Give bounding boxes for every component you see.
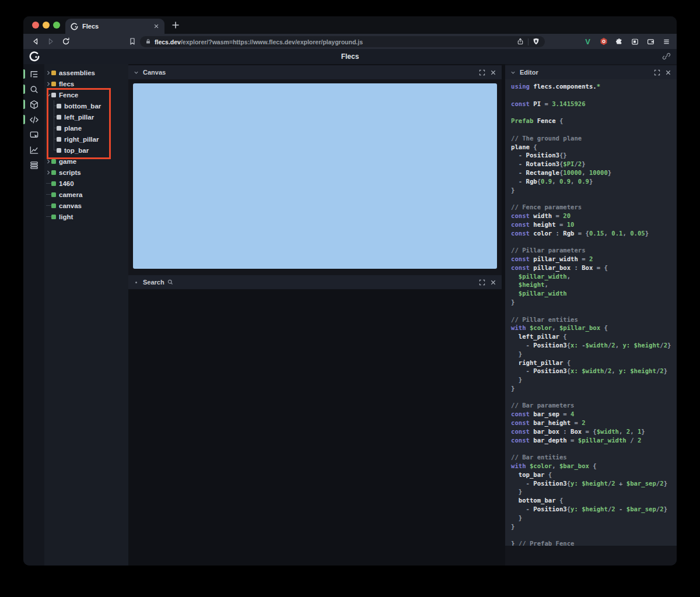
tree-item-plane[interactable]: plane — [44, 122, 128, 134]
reload-icon[interactable] — [62, 37, 70, 45]
puzzle-icon[interactable] — [615, 37, 624, 46]
url-bar-divider — [528, 38, 528, 45]
tree-item-label: camera — [59, 191, 82, 198]
code-line: top_bar { — [511, 470, 677, 479]
close-icon[interactable] — [665, 69, 671, 76]
center-column: Canvas Search — [128, 64, 502, 566]
left-icon-bar — [23, 64, 44, 566]
tree-item-camera[interactable]: camera — [44, 189, 128, 200]
tree-item-label: top_bar — [64, 147, 89, 154]
chevron-right-icon[interactable] — [46, 67, 51, 78]
tree-item-flecs[interactable]: flecs — [44, 78, 128, 89]
code-line: const bar_box : Box = {$width, 2, 1} — [511, 427, 677, 436]
code-line — [511, 125, 677, 134]
collapsed-dot-icon[interactable] — [135, 282, 137, 283]
chevron-right-icon[interactable] — [46, 78, 51, 89]
chevron-right-icon[interactable] — [46, 167, 51, 178]
tree-item-1460[interactable]: 1460 — [44, 178, 128, 189]
code-line — [511, 307, 677, 315]
code-line: const color : Rgb = {0.15, 0.1, 0.05} — [511, 229, 677, 238]
code-line: with $color, $bar_box { — [511, 462, 677, 470]
url-bar[interactable]: flecs.dev /explorer/?wasm=https://www.fl… — [140, 36, 545, 47]
app-header: Flecs — [23, 49, 677, 64]
3d-canvas-viewport[interactable] — [133, 83, 497, 269]
tree-item-label: canvas — [59, 202, 82, 209]
sidebar-toggle-icon[interactable] — [631, 37, 639, 46]
zoom-window-button[interactable] — [53, 22, 60, 29]
tab-strip: Flecs — [23, 16, 677, 34]
chevron-right-icon[interactable] — [46, 156, 51, 167]
code-line: } — [511, 384, 677, 393]
close-window-button[interactable] — [32, 22, 39, 29]
close-icon[interactable] — [490, 69, 496, 76]
leftbar-stats-icon[interactable] — [23, 142, 44, 157]
code-line: left_pillar { — [511, 332, 677, 341]
code-line: // The ground plane — [511, 134, 677, 143]
tree-item-bottom_bar[interactable]: bottom_bar — [44, 100, 128, 111]
leftbar-code-icon[interactable] — [23, 112, 44, 127]
chevron-down-icon[interactable] — [510, 70, 516, 75]
code-line: } — [511, 522, 677, 531]
tree-item-assemblies[interactable]: assemblies — [44, 67, 128, 78]
tree-guide — [51, 100, 57, 111]
tree-item-label: game — [59, 158, 76, 165]
tree-item-label: assemblies — [59, 69, 95, 76]
expand-icon[interactable] — [654, 69, 660, 76]
forward-icon[interactable] — [47, 37, 55, 45]
browser-tab[interactable]: Flecs — [65, 19, 164, 34]
bookmark-icon[interactable] — [128, 37, 136, 45]
tree-item-label: light — [59, 213, 73, 220]
leftbar-inspect-icon[interactable] — [23, 127, 44, 142]
leftbar-search-icon[interactable] — [23, 82, 44, 97]
code-line: // Pillar parameters — [511, 246, 677, 255]
editor-panel-title: Editor — [520, 69, 538, 76]
code-line — [511, 393, 677, 402]
tree-item-canvas[interactable]: canvas — [44, 200, 128, 211]
expand-icon[interactable] — [479, 69, 485, 76]
code-line: } — [511, 350, 677, 359]
entity-square-icon — [51, 215, 56, 219]
tree-item-Fence[interactable]: Fence — [44, 89, 128, 100]
entity-square-icon — [51, 181, 56, 186]
link-icon[interactable] — [662, 52, 671, 61]
code-line: plane { — [511, 143, 677, 152]
tree-item-game[interactable]: game — [44, 156, 128, 167]
code-line: $pillar_width, — [511, 272, 677, 281]
expand-icon[interactable] — [479, 279, 485, 286]
screen: Flecs flecs.dev /explorer/?wasm=https://… — [0, 0, 700, 597]
tree-item-top_bar[interactable]: top_bar — [44, 145, 128, 156]
tree-item-label: flecs — [59, 80, 74, 87]
share-icon[interactable] — [517, 38, 524, 45]
new-tab-button[interactable] — [172, 21, 180, 29]
tree-item-label: left_pillar — [64, 114, 94, 121]
page-title: Flecs — [23, 49, 677, 64]
search-icon — [167, 279, 173, 285]
close-icon[interactable] — [490, 279, 496, 286]
wallet-icon[interactable] — [646, 37, 655, 46]
canvas-panel-title: Canvas — [143, 69, 166, 76]
code-line — [511, 531, 677, 539]
leftbar-tree-icon[interactable] — [23, 66, 44, 82]
chevron-down-icon[interactable] — [46, 89, 51, 100]
minimize-window-button[interactable] — [43, 22, 50, 29]
chevron-down-icon[interactable] — [134, 70, 139, 75]
code-line: Prefab Fence { — [511, 117, 677, 125]
tree-item-light[interactable]: light — [44, 211, 128, 222]
tree-item-scripts[interactable]: scripts — [44, 167, 128, 178]
code-editor[interactable]: using flecs.components.* const PI = 3.14… — [505, 79, 677, 546]
v-extension-icon[interactable]: V — [583, 37, 592, 46]
leftbar-rows-icon[interactable] — [23, 157, 44, 173]
tree-item-right_pillar[interactable]: right_pillar — [44, 134, 128, 145]
leaf-dash — [46, 211, 51, 222]
hexagon-extension-icon[interactable] — [599, 37, 608, 46]
brave-shield-icon[interactable] — [533, 38, 540, 45]
back-icon[interactable] — [32, 37, 40, 45]
menu-icon[interactable] — [662, 37, 671, 46]
tree-item-left_pillar[interactable]: left_pillar — [44, 111, 128, 122]
flecs-favicon-icon — [71, 23, 78, 30]
tab-close-icon[interactable] — [153, 23, 159, 29]
code-line: - Position3{} — [511, 151, 677, 160]
search-panel-body[interactable] — [128, 289, 502, 566]
leftbar-cube-icon[interactable] — [23, 97, 44, 112]
code-line: // Pillar entities — [511, 315, 677, 324]
